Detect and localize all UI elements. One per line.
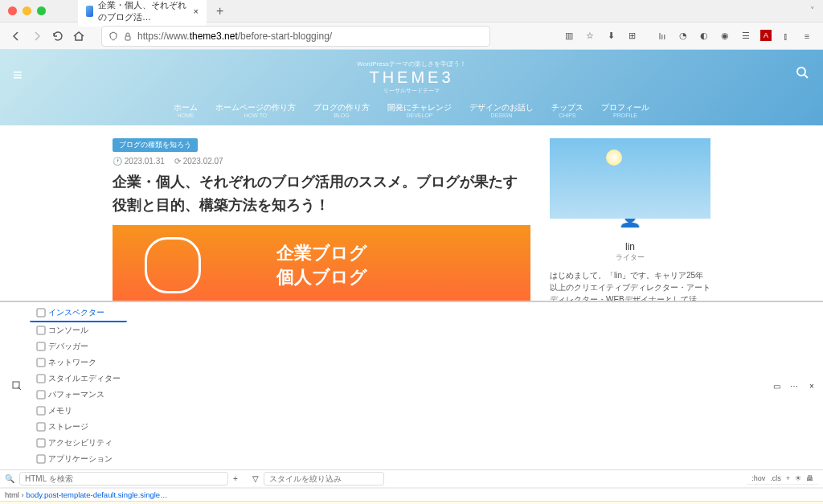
svg-rect-3 <box>37 309 45 317</box>
forward-button[interactable] <box>31 30 43 43</box>
author-cover <box>550 138 710 219</box>
devtools-panel: インスペクターコンソールデバッガーネットワークスタイルエディターパフォーマンスメ… <box>0 301 823 504</box>
svg-point-1 <box>797 68 805 76</box>
devtools-tab[interactable]: インスペクター <box>30 305 127 322</box>
browser-toolbar: https://www.theme3.net/before-start-blog… <box>0 23 823 50</box>
svg-rect-6 <box>37 359 45 367</box>
cls-toggle[interactable]: .cls <box>770 474 781 482</box>
post-dates: 🕐 2023.01.31 ⟳ 2023.02.07 <box>113 157 530 166</box>
svg-rect-5 <box>37 342 45 350</box>
ext4-icon[interactable]: A <box>760 30 772 41</box>
author-bio: はじめまして。「lin」です。キャリア25年以上のクリエイティブディレクター・ア… <box>550 269 710 301</box>
devtools-tab[interactable]: ストレージ <box>30 419 127 435</box>
tab-close-icon[interactable]: × <box>194 6 199 16</box>
devtools-tab[interactable]: コンソール <box>30 322 127 338</box>
nav-item[interactable]: チップスCHIPS <box>551 103 583 119</box>
devtools-tab[interactable]: アプリケーション <box>30 451 127 467</box>
console-warning: ⚠ Content Security Policy: script-src: に… <box>0 501 823 504</box>
add-class-button[interactable]: + <box>786 474 790 482</box>
main-nav: ホームHOMEホームページの作り方HOW TOブログの作り方BLOG開発にチャレ… <box>0 103 823 119</box>
devtools-tabs: インスペクターコンソールデバッガーネットワークスタイルエディターパフォーマンスメ… <box>0 302 823 470</box>
url-bar[interactable]: https://www.theme3.net/before-start-blog… <box>101 26 490 47</box>
svg-rect-10 <box>37 423 45 431</box>
site-sub: リーサルサードテーマ <box>0 87 823 95</box>
tab-title: 企業・個人、それぞれのブログ活… <box>98 0 189 23</box>
pocket-icon[interactable]: ◔ <box>677 30 690 43</box>
svg-rect-9 <box>37 407 45 415</box>
browser-tab-active[interactable]: 企業・個人、それぞれのブログ活… × <box>78 0 207 27</box>
ext1-icon[interactable]: ◐ <box>698 30 710 43</box>
date-created: 🕐 2023.01.31 <box>113 157 165 166</box>
nav-item[interactable]: ブログの作り方BLOG <box>313 103 370 119</box>
tab-strip: 企業・個人、それぞれのブログ活… × + <box>78 0 228 27</box>
devtools-tab[interactable]: メモリ <box>30 403 127 419</box>
new-tab-button[interactable]: + <box>211 4 228 18</box>
inspect-picker-icon[interactable] <box>5 378 29 394</box>
site-header: ≡ WordPressテーマの楽しさを学ぼう！ THEME3 リーサルサードテー… <box>0 50 823 125</box>
post-title: 企業・個人、それぞれのブログ活用のススメ。ブログが果たす役割と目的、構築方法を知… <box>113 170 530 217</box>
favicon-icon <box>86 6 93 17</box>
main-column: ブログの種類を知ろう 🕐 2023.01.31 ⟳ 2023.02.07 企業・… <box>113 138 530 301</box>
menu-icon[interactable]: ≡ <box>800 30 813 43</box>
featured-image: 企業ブログ 個人ブログ <box>113 225 530 301</box>
reader-icon[interactable]: ▥ <box>563 30 575 43</box>
ext3-icon[interactable]: ☰ <box>739 30 752 43</box>
home-button[interactable] <box>72 30 85 43</box>
ext2-icon[interactable]: ◉ <box>719 30 731 43</box>
dom-breadcrumb[interactable]: html › body.post-template-default.single… <box>0 488 823 501</box>
svg-rect-11 <box>37 439 45 447</box>
author-role: ライター <box>550 252 710 263</box>
style-filter-input[interactable] <box>264 472 384 486</box>
devtools-dock-icon[interactable]: ⋯ <box>788 379 800 392</box>
author-name: lin <box>550 241 710 252</box>
close-window-button[interactable] <box>8 6 17 15</box>
svg-rect-4 <box>37 326 45 334</box>
url-text: https://www.theme3.net/before-start-blog… <box>137 31 332 42</box>
site-tagline: WordPressテーマの楽しさを学ぼう！ <box>0 59 823 68</box>
sidebar-column: 👤 lin ライター はじめまして。「lin」です。キャリア25年以上のクリエイ… <box>550 138 710 301</box>
add-rule-button[interactable]: + <box>233 474 238 483</box>
window-titlebar: 企業・個人、それぞれのブログ活… × + ˅ <box>0 0 823 23</box>
devtools-close-icon[interactable]: × <box>805 379 818 392</box>
print-icon[interactable]: 🖶 <box>806 474 813 482</box>
dom-search-bar: 🔍 + ▽ :hov .cls + ☀ 🖶 <box>0 470 823 488</box>
minimize-window-button[interactable] <box>23 6 31 15</box>
hov-toggle[interactable]: :hov <box>751 474 765 482</box>
lock-icon <box>123 31 133 41</box>
dom-search-input[interactable] <box>19 472 228 486</box>
devtools-tab[interactable]: アクセシビリティ <box>30 435 127 451</box>
search-icon: 🔍 <box>5 474 14 483</box>
devtools-rdm-icon[interactable]: ▭ <box>770 379 783 392</box>
svg-rect-7 <box>37 375 45 383</box>
library-icon[interactable]: ⫿ <box>780 30 792 43</box>
window-chevron-icon[interactable]: ˅ <box>810 6 815 16</box>
hamburger-icon[interactable]: ≡ <box>13 66 23 84</box>
svg-rect-12 <box>37 455 45 463</box>
filter-icon: ▽ <box>252 474 259 483</box>
devtools-tab[interactable]: スタイルエディター <box>30 371 127 387</box>
reload-button[interactable] <box>51 30 64 43</box>
devtools-tab[interactable]: デバッガー <box>30 338 127 354</box>
devtools-tab[interactable]: ネットワーク <box>30 354 127 371</box>
nav-item[interactable]: ホームHOME <box>174 103 198 119</box>
svg-rect-8 <box>37 391 45 399</box>
category-tag[interactable]: ブログの種類を知ろう <box>113 138 198 152</box>
nav-item[interactable]: ホームページの作り方HOW TO <box>215 103 296 119</box>
nav-item[interactable]: プロフィールPROFILE <box>601 103 649 119</box>
nav-item[interactable]: デザインのお話しDESIGN <box>469 103 534 119</box>
download-icon[interactable]: ⬇ <box>604 30 617 43</box>
svg-rect-0 <box>125 36 130 40</box>
maximize-window-button[interactable] <box>37 6 46 15</box>
light-icon[interactable]: ☀ <box>795 474 801 482</box>
nav-item[interactable]: 開発にチャレンジDEVELOP <box>387 103 452 119</box>
account-icon[interactable]: lıı <box>656 30 669 43</box>
traffic-lights <box>8 6 46 15</box>
page-viewport: ≡ WordPressテーマの楽しさを学ぼう！ THEME3 リーサルサードテー… <box>0 50 823 301</box>
site-logo[interactable]: THEME3 <box>0 68 823 87</box>
devtools-tab[interactable]: パフォーマンス <box>30 387 127 403</box>
shield-icon <box>109 31 118 41</box>
extension-icon[interactable]: ⊞ <box>625 30 638 43</box>
back-button[interactable] <box>10 30 23 43</box>
bookmark-star-icon[interactable]: ☆ <box>583 30 596 43</box>
date-updated: ⟳ 2023.02.07 <box>174 157 223 166</box>
